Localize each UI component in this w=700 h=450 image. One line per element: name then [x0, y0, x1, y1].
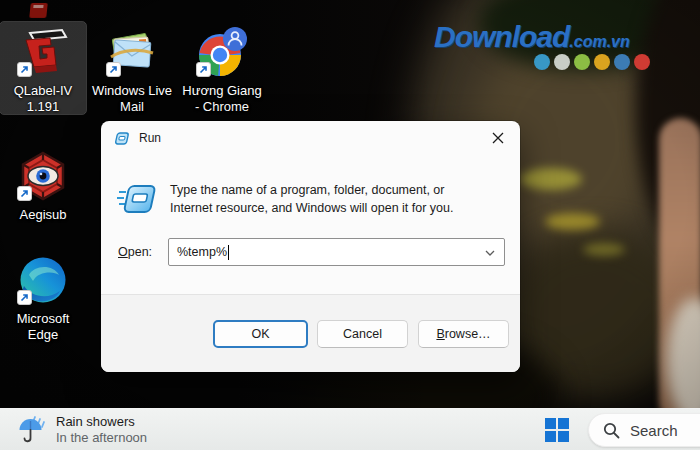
desktop-icon-label: Microsoft: [0, 311, 86, 327]
desktop: Download.com.vn QLabel-IV 1.191: [0, 0, 700, 450]
chevron-down-icon[interactable]: [485, 250, 495, 256]
weather-time: In the afternoon: [56, 430, 147, 446]
desktop-icon-label: Mail: [89, 99, 175, 115]
desktop-icon-label: - Chrome: [179, 99, 265, 115]
shortcut-arrow-icon: [17, 186, 32, 201]
desktop-icon-label: 1.191: [0, 99, 86, 115]
weather-condition: Rain showers: [56, 414, 147, 430]
shortcut-arrow-icon: [196, 62, 211, 77]
watermark-brand: Download: [434, 20, 569, 53]
umbrella-rain-icon: [16, 415, 46, 445]
run-icon-large: [116, 183, 158, 220]
desktop-icon-label: Aegisub: [0, 207, 86, 223]
search-placeholder: Search: [630, 422, 678, 439]
desktop-icon-label: QLabel-IV: [0, 83, 86, 99]
cropped-icon-fragment: [29, 3, 48, 18]
close-button[interactable]: [475, 121, 520, 155]
watermark-dot: [554, 54, 570, 70]
taskbar-weather-widget[interactable]: Rain showers In the afternoon: [16, 414, 147, 446]
browse-button[interactable]: Browse…: [418, 320, 509, 348]
run-dialog-titlebar[interactable]: Run: [101, 121, 520, 155]
desktop-icon-qlabel[interactable]: QLabel-IV 1.191: [0, 22, 86, 114]
watermark-logo: Download.com.vn: [434, 20, 630, 54]
shortcut-arrow-icon: [106, 62, 121, 77]
ok-button[interactable]: OK: [213, 320, 308, 348]
text-caret: [228, 245, 229, 260]
desktop-icon-chrome-profile[interactable]: Hương Giang - Chrome: [179, 22, 265, 114]
shortcut-arrow-icon: [17, 62, 32, 77]
desktop-icon-windows-live-mail[interactable]: Windows Live Mail: [89, 22, 175, 114]
run-dialog-description: Type the name of a program, folder, docu…: [170, 182, 453, 217]
windows-start-icon: [545, 418, 569, 442]
watermark-suffix: .com.vn: [569, 33, 629, 50]
search-box[interactable]: Search: [588, 413, 700, 447]
watermark-dot: [614, 54, 630, 70]
open-field-label: Open:: [118, 245, 152, 259]
start-button[interactable]: [545, 418, 569, 442]
watermark-dot: [634, 54, 650, 70]
dialog-title: Run: [139, 131, 161, 145]
desktop-icon-label: Windows Live: [89, 83, 175, 99]
taskbar: Rain showers In the afternoon Search: [0, 408, 700, 450]
run-dialog: Run Type the name of a program, folder, …: [101, 121, 520, 372]
search-icon: [603, 422, 620, 439]
open-combobox-input[interactable]: %temp%: [168, 238, 505, 266]
watermark-dot: [534, 54, 550, 70]
close-icon: [492, 132, 504, 144]
watermark-dot: [574, 54, 590, 70]
shortcut-arrow-icon: [17, 290, 32, 305]
description-line: Type the name of a program, folder, docu…: [170, 182, 453, 200]
desktop-icon-label: Edge: [0, 327, 86, 343]
description-line: Internet resource, and Windows will open…: [170, 200, 453, 218]
desktop-icon-label: Hương Giang: [179, 83, 265, 99]
watermark-dot: [594, 54, 610, 70]
desktop-icon-edge[interactable]: Microsoft Edge: [0, 250, 86, 342]
desktop-icon-aegisub[interactable]: Aegisub: [0, 146, 86, 223]
run-window-icon: [114, 132, 130, 145]
open-input-value: %temp%: [177, 245, 227, 259]
cancel-button[interactable]: Cancel: [317, 320, 408, 348]
watermark-dots: [534, 54, 650, 70]
